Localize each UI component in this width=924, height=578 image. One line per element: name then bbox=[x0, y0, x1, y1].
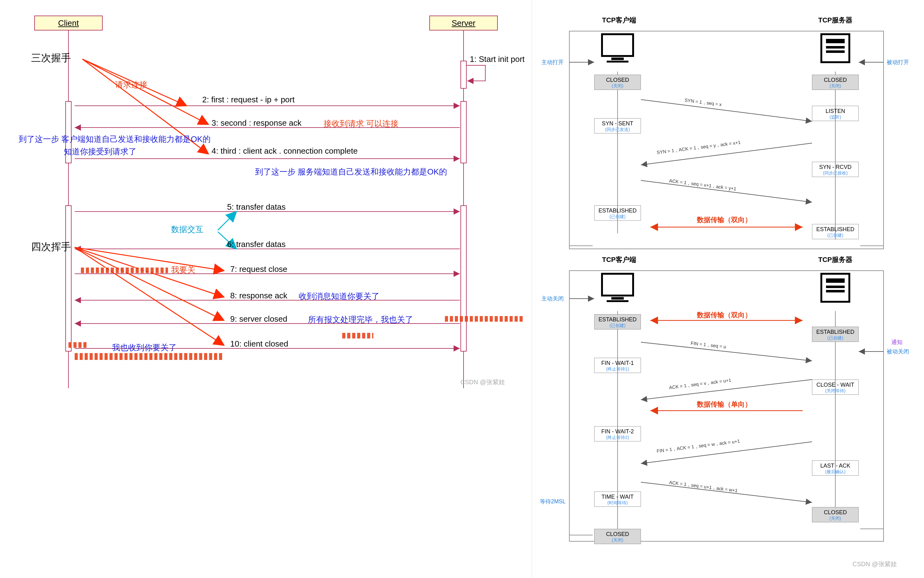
state-established: ESTABLISHED(已创建) bbox=[812, 326, 859, 342]
state-closed: CLOSED(关闭) bbox=[594, 529, 641, 544]
state-established: ESTABLISHED(已创建) bbox=[594, 205, 641, 221]
msg-3: 3: second : response ack bbox=[211, 118, 302, 128]
active-close-label: 主动关闭 bbox=[541, 295, 564, 302]
passive-open-label: 被动打开 bbox=[887, 58, 909, 66]
redaction bbox=[75, 353, 224, 360]
three-way-handshake-label: 三次握手 bbox=[31, 51, 71, 65]
state-fin-wait-1: FIN - WAIT-1(终止等待1) bbox=[594, 358, 641, 373]
actor-server: Server bbox=[429, 16, 498, 31]
msg-1: 1: Start init port bbox=[470, 54, 525, 64]
svg-line-23 bbox=[641, 180, 812, 202]
monitor-icon bbox=[599, 31, 636, 65]
client-header: TCP客户端 bbox=[602, 16, 636, 25]
flow-bidirectional: 数据传输（双向） bbox=[697, 215, 752, 225]
activation bbox=[460, 101, 467, 163]
redaction bbox=[81, 268, 168, 273]
msg-9: 9: server closed bbox=[230, 314, 287, 324]
state-listen: LISTEN(监听) bbox=[812, 106, 859, 121]
msg-5: 5: transfer datas bbox=[227, 202, 286, 212]
state-closed: CLOSED(关闭) bbox=[812, 507, 859, 522]
svg-rect-38 bbox=[826, 39, 844, 43]
flow-bidirectional: 数据传输（双向） bbox=[697, 310, 752, 320]
msg-8-note: 收到消息知道你要关了 bbox=[299, 291, 380, 302]
server-header: TCP服务器 bbox=[818, 255, 853, 265]
svg-rect-40 bbox=[826, 50, 844, 53]
notify-label: 通知 bbox=[892, 338, 903, 346]
flow-unidirectional: 数据传输（单向） bbox=[697, 400, 752, 409]
svg-line-10 bbox=[83, 59, 208, 125]
svg-line-14 bbox=[75, 247, 224, 320]
server-icon bbox=[817, 271, 854, 305]
wait-2msl-label: 等待2MSL bbox=[540, 498, 565, 505]
svg-rect-47 bbox=[826, 290, 844, 292]
svg-line-29 bbox=[641, 342, 812, 361]
svg-rect-42 bbox=[611, 297, 624, 300]
server-header: TCP服务器 bbox=[818, 16, 853, 25]
know-accept-label: 知道你接受到请求了 bbox=[64, 146, 136, 157]
msg-10: 10: client closed bbox=[230, 339, 288, 349]
redaction bbox=[68, 342, 87, 348]
server-icon bbox=[817, 31, 854, 65]
activation bbox=[460, 205, 467, 352]
i-want-close-label: 我要关 bbox=[171, 265, 195, 275]
state-fin-wait-2: FIN - WAIT-2(终止等待2) bbox=[594, 426, 641, 442]
svg-line-12 bbox=[75, 247, 224, 271]
msg-6: 6: transfer datas bbox=[227, 240, 286, 249]
svg-rect-41 bbox=[602, 274, 633, 295]
state-close-wait: CLOSE - WAIT(关闭等待) bbox=[812, 380, 859, 395]
request-connect-label: 请求连接 bbox=[115, 80, 148, 90]
sequence-diagram: Client Server 三次握手 四次挥手 请求连接 数据交互 我要关 1:… bbox=[0, 0, 532, 578]
svg-rect-34 bbox=[602, 34, 633, 56]
state-time-wait: TIME - WAIT(时间等待) bbox=[594, 492, 641, 507]
state-last-ack: LAST - ACK(最后确认) bbox=[812, 460, 859, 476]
state-established: ESTABLISHED(已创建) bbox=[594, 314, 641, 330]
state-syn-rcvd: SYN - RCVD(同步已接收) bbox=[812, 162, 859, 177]
svg-rect-35 bbox=[611, 58, 624, 60]
data-exchange-label: 数据交互 bbox=[171, 224, 203, 235]
active-open-label: 主动打开 bbox=[541, 58, 564, 66]
svg-line-15 bbox=[75, 247, 224, 345]
svg-rect-43 bbox=[607, 300, 628, 302]
msg-4-blue: 到了这一步 客户端知道自己发送和接收能力都是OK的 bbox=[19, 134, 211, 144]
redaction bbox=[342, 333, 373, 338]
svg-rect-39 bbox=[826, 46, 844, 49]
msg-7: 7: request close bbox=[230, 265, 287, 274]
svg-rect-36 bbox=[607, 61, 628, 63]
msg-4: 4: third : client ack . connection compl… bbox=[211, 146, 358, 156]
msg-10-note: 我也收到你要关了 bbox=[112, 342, 177, 353]
msg-3-note: 接收到请求 可以连接 bbox=[323, 118, 398, 129]
client-header: TCP客户端 bbox=[602, 255, 636, 265]
msg-2: 2: first : request - ip + port bbox=[202, 95, 295, 104]
redaction bbox=[445, 316, 523, 321]
monitor-icon bbox=[599, 271, 636, 305]
state-established: ESTABLISHED(已创建) bbox=[812, 224, 859, 239]
msg-9-note: 所有报文处理完毕，我也关了 bbox=[308, 314, 413, 325]
watermark: CSDN @张紫娃 bbox=[853, 560, 897, 568]
actor-client: Client bbox=[34, 16, 103, 31]
four-way-handshake-label: 四次挥手 bbox=[31, 240, 71, 254]
svg-line-16 bbox=[218, 211, 236, 230]
state-closed: CLOSED(关闭) bbox=[812, 75, 859, 90]
state-closed: CLOSED(关闭) bbox=[594, 75, 641, 90]
svg-rect-46 bbox=[826, 286, 844, 288]
activation bbox=[65, 205, 71, 352]
msg-4-after: 到了这一步 服务端知道自己发送和接收能力都是OK的 bbox=[255, 166, 447, 177]
svg-line-21 bbox=[641, 99, 812, 121]
passive-close-label: 被动关闭 bbox=[887, 348, 909, 355]
msg-8: 8: response ack bbox=[230, 291, 287, 300]
state-diagrams: TCP客户端 TCP服务器 主动打开 被动打开 CLOSED(关闭) CLOSE… bbox=[532, 0, 924, 578]
svg-rect-45 bbox=[826, 278, 844, 283]
activation bbox=[460, 61, 467, 89]
state-syn-sent: SYN - SENT(同步已发送) bbox=[594, 118, 641, 133]
watermark: CSDN @张紫娃 bbox=[460, 378, 505, 386]
